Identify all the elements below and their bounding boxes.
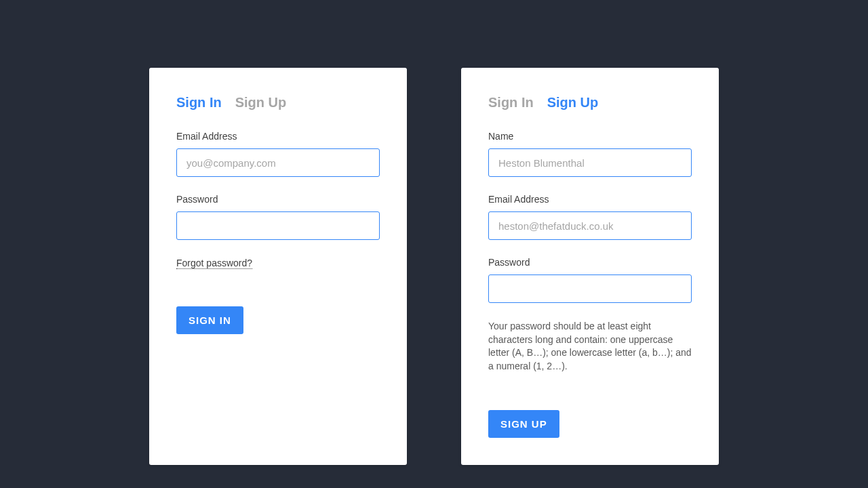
signup-password-input[interactable]: [488, 274, 692, 303]
signin-card: Sign In Sign Up Email Address Password F…: [149, 68, 407, 465]
signup-email-group: Email Address: [488, 194, 692, 240]
signin-tabs: Sign In Sign Up: [176, 95, 380, 110]
password-help-text: Your password should be at least eight c…: [488, 320, 692, 373]
signup-name-label: Name: [488, 131, 692, 142]
signup-name-input[interactable]: [488, 148, 692, 177]
signin-email-label: Email Address: [176, 131, 380, 142]
signup-name-group: Name: [488, 131, 692, 177]
signup-card: Sign In Sign Up Name Email Address Passw…: [461, 68, 719, 465]
signup-submit-button[interactable]: Sign Up: [488, 410, 559, 438]
forgot-password-link[interactable]: Forgot password?: [176, 258, 252, 269]
signin-password-label: Password: [176, 194, 380, 205]
tab-signup[interactable]: Sign Up: [235, 95, 287, 110]
signin-email-input[interactable]: [176, 148, 380, 177]
signin-submit-button[interactable]: Sign In: [176, 306, 243, 334]
signup-email-input[interactable]: [488, 211, 692, 240]
signin-email-group: Email Address: [176, 131, 380, 177]
signup-tabs: Sign In Sign Up: [488, 95, 692, 110]
signup-password-label: Password: [488, 257, 692, 268]
signup-email-label: Email Address: [488, 194, 692, 205]
tab-signin[interactable]: Sign In: [176, 95, 222, 110]
signin-password-group: Password: [176, 194, 380, 240]
tab-signup[interactable]: Sign Up: [547, 95, 599, 110]
signin-password-input[interactable]: [176, 211, 380, 240]
signup-password-group: Password: [488, 257, 692, 303]
tab-signin[interactable]: Sign In: [488, 95, 534, 110]
signin-forgot-group: Forgot password?: [176, 257, 380, 269]
signup-password-help-group: Your password should be at least eight c…: [488, 320, 692, 373]
